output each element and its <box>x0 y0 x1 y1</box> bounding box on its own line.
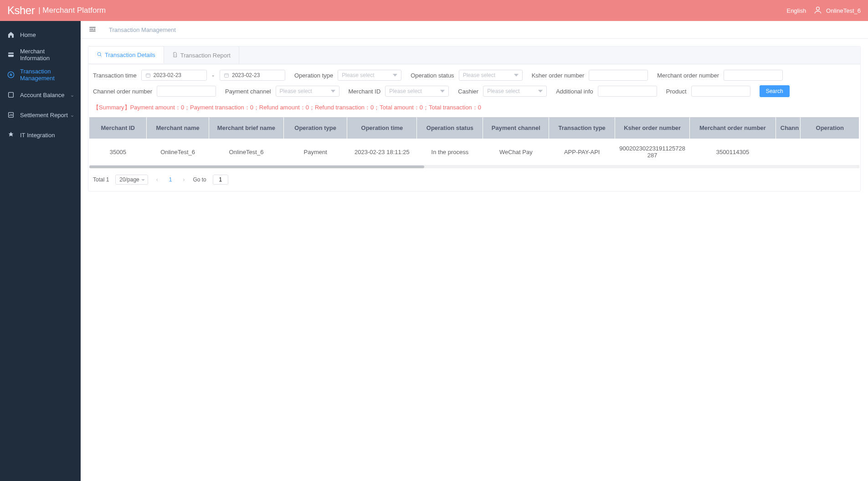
sidebar-item-settlement-report[interactable]: Settlement Report ⌄ <box>0 105 81 125</box>
channel-order-input[interactable] <box>157 86 216 97</box>
card-icon <box>7 51 15 58</box>
cell-op-time: 2023-02-23 18:11:25 <box>347 139 417 166</box>
sidebar-item-label: Account Balance <box>20 92 65 98</box>
th-payment-channel: Payment channel <box>483 117 549 139</box>
chevron-down-icon: ⌄ <box>70 92 74 98</box>
cell-operation <box>801 139 859 166</box>
tab-transaction-details[interactable]: Transaction Details <box>88 46 164 63</box>
tabs: Transaction Details Transaction Report <box>88 47 860 64</box>
svg-rect-7 <box>146 74 150 78</box>
th-channel: Chann <box>776 117 801 139</box>
page-number[interactable]: 1 <box>166 176 175 183</box>
merchant-order-input[interactable] <box>724 70 783 81</box>
page-size-select[interactable]: 20/page <box>115 175 148 185</box>
product-input[interactable] <box>691 86 750 97</box>
search-button[interactable]: Search <box>760 85 790 97</box>
sidebar-item-label: Merchant Information <box>20 48 73 62</box>
user-icon <box>813 5 822 16</box>
cell-merchant-name: OnlineTest_6 <box>147 139 209 166</box>
th-merchant-id: Merchant ID <box>89 117 147 139</box>
sidebar-item-account-balance[interactable]: Account Balance ⌄ <box>0 85 81 105</box>
app-header: Ksher | Merchant Platform English Online… <box>0 0 868 21</box>
sidebar-item-label: Settlement Report <box>20 112 68 119</box>
sidebar-item-label: Home <box>20 31 36 38</box>
language-selector[interactable]: English <box>786 7 806 14</box>
svg-point-6 <box>98 52 101 56</box>
table-scroll-wrap[interactable]: Merchant ID Merchant name Merchant brief… <box>89 117 859 166</box>
merchant-id-label: Merchant ID <box>349 88 381 95</box>
th-operation-status: Operation status <box>417 117 483 139</box>
cell-channel <box>776 139 801 166</box>
sidebar-toggle-icon[interactable] <box>89 26 96 34</box>
plugin-icon <box>7 131 15 139</box>
th-operation: Operation <box>801 117 859 139</box>
channel-order-label: Channel order number <box>93 88 152 95</box>
next-page[interactable]: › <box>181 176 186 183</box>
operation-type-select[interactable]: Please select <box>338 70 401 81</box>
merchant-id-select[interactable]: Please select <box>385 86 449 97</box>
additional-info-input[interactable] <box>598 86 657 97</box>
sidebar-item-label: IT Integration <box>20 132 55 139</box>
cell-merchant-id: 35005 <box>89 139 147 166</box>
goto-input[interactable] <box>213 175 228 185</box>
breadcrumb-title: Transaction Management <box>109 26 176 33</box>
operation-status-select[interactable]: Please select <box>459 70 523 81</box>
cell-ksher-order: 90020230223191125728287 <box>615 139 690 166</box>
svg-point-0 <box>817 7 820 10</box>
transaction-card: Transaction Details Transaction Report T… <box>88 46 861 191</box>
operation-status-label: Operation status <box>411 72 454 79</box>
th-merchant-brief: Merchant brief name <box>209 117 283 139</box>
ksher-order-input[interactable] <box>589 70 648 81</box>
document-icon <box>172 52 178 59</box>
horizontal-scrollbar[interactable] <box>89 166 859 168</box>
sidebar-item-label: Transaction Management <box>20 68 73 82</box>
scrollbar-thumb[interactable] <box>89 166 424 168</box>
sidebar-item-it-integration[interactable]: IT Integration <box>0 125 81 145</box>
tab-label: Transaction Report <box>180 52 231 59</box>
cell-op-type: Payment <box>283 139 347 166</box>
th-merchant-order: Merchant order number <box>690 117 776 139</box>
cashier-label: Cashier <box>458 88 478 95</box>
ksher-order-label: Ksher order number <box>532 72 585 79</box>
payment-channel-label: Payment channel <box>225 88 271 95</box>
brand-subtitle: | Merchant Platform <box>38 6 106 15</box>
transaction-time-label: Transaction time <box>93 72 137 79</box>
prev-page[interactable]: ‹ <box>154 176 160 183</box>
svg-point-3 <box>8 72 14 78</box>
date-to-input[interactable]: 2023-02-23 <box>220 70 285 81</box>
svg-rect-2 <box>8 54 14 55</box>
breadcrumb: Transaction Management <box>81 21 868 39</box>
th-ksher-order: Ksher order number <box>615 117 690 139</box>
balance-icon <box>7 91 15 98</box>
th-merchant-name: Merchant name <box>147 117 209 139</box>
pagination: Total 1 20/page ‹ 1 › Go to <box>88 168 860 191</box>
table-row[interactable]: 35005 OnlineTest_6 OnlineTest_6 Payment … <box>89 139 859 166</box>
exchange-icon <box>7 71 15 78</box>
th-operation-type: Operation type <box>283 117 347 139</box>
th-transaction-type: Transaction type <box>549 117 615 139</box>
transaction-table: Merchant ID Merchant name Merchant brief… <box>89 117 859 166</box>
operation-type-label: Operation type <box>294 72 333 79</box>
product-label: Product <box>666 88 687 95</box>
merchant-order-label: Merchant order number <box>657 72 719 79</box>
report-icon <box>7 111 15 119</box>
cashier-select[interactable]: Please select <box>483 86 547 97</box>
chevron-down-icon: ⌄ <box>70 112 74 118</box>
details-icon <box>97 52 102 58</box>
sidebar-item-merchant-info[interactable]: Merchant Information <box>0 45 81 65</box>
cell-merchant-brief: OnlineTest_6 <box>209 139 283 166</box>
additional-info-label: Additional info <box>556 88 593 95</box>
cell-op-status: In the process <box>417 139 483 166</box>
svg-rect-8 <box>224 74 228 78</box>
user-name: OnlineTest_6 <box>826 7 861 14</box>
date-from-input[interactable]: 2023-02-23 <box>141 70 207 81</box>
sidebar: Home Merchant Information Transaction Ma… <box>0 21 81 481</box>
sidebar-item-transaction-mgmt[interactable]: Transaction Management <box>0 65 81 85</box>
brand-logo: Ksher <box>7 4 35 17</box>
sidebar-item-home[interactable]: Home <box>0 25 81 45</box>
tab-transaction-report[interactable]: Transaction Report <box>164 47 239 64</box>
total-label: Total 1 <box>93 176 109 183</box>
payment-channel-select[interactable]: Please select <box>276 86 339 97</box>
cell-tx-type: APP-PAY-API <box>549 139 615 166</box>
user-menu[interactable]: OnlineTest_6 <box>813 5 861 16</box>
